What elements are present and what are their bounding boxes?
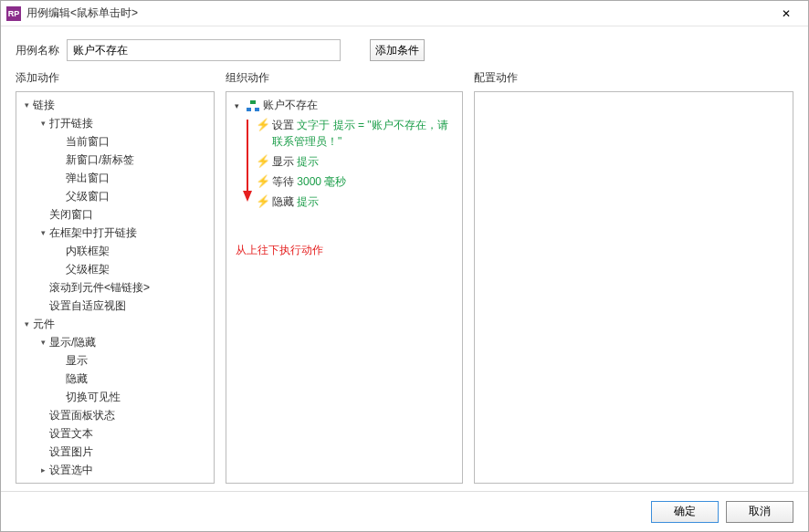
tree-item-label: 弹出窗口 <box>66 171 110 186</box>
tree-item[interactable]: ▸父级窗口 <box>16 187 214 205</box>
bolt-icon: ⚡ <box>256 193 267 210</box>
action-row-show[interactable]: ⚡ 显示 提示 <box>232 151 457 172</box>
tree-item-label: 切换可见性 <box>66 390 121 405</box>
tree-item-label: 当前窗口 <box>66 134 110 150</box>
tree-item-label: 设置自适应视图 <box>49 298 126 314</box>
cancel-button[interactable]: 取消 <box>726 501 793 523</box>
tree-item[interactable]: ▾在框架中打开链接 <box>16 224 214 242</box>
case-name-label: 用例名称 <box>16 43 59 58</box>
action-row-wait[interactable]: ⚡ 等待 3000 毫秒 <box>232 172 457 192</box>
organize-action-panel[interactable]: ▾ 账户不存在 ⚡ 设置 文字于 提示 = "账户不存在，请联系管理员！" <box>226 91 463 484</box>
tree-item-label: 内联框架 <box>66 244 110 259</box>
tree-item[interactable]: ▾打开链接 <box>16 114 214 132</box>
action-tree: ▾链接▾打开链接▸当前窗口▸新窗口/新标签▸弹出窗口▸父级窗口▸关闭窗口▾在框架… <box>16 92 214 483</box>
expand-icon: ▾ <box>232 101 241 110</box>
organize-action-header: 组织动作 <box>226 68 463 91</box>
case-row[interactable]: ▾ 账户不存在 <box>232 96 457 115</box>
close-icon: ✕ <box>782 7 791 20</box>
dialog-window: RP 用例编辑<鼠标单击时> ✕ 用例名称 添加条件 添加动作 ▾链接▾打开链接… <box>0 0 809 532</box>
tree-item[interactable]: ▸新窗口/新标签 <box>16 151 214 169</box>
action-row-set-text[interactable]: ⚡ 设置 文字于 提示 = "账户不存在，请联系管理员！" <box>232 115 457 151</box>
case-name-row: 用例名称 添加条件 <box>1 26 808 68</box>
add-action-header: 添加动作 <box>16 68 215 91</box>
window-title: 用例编辑<鼠标单击时> <box>26 5 768 21</box>
tree-item[interactable]: ▸设置面板状态 <box>16 406 214 424</box>
ok-button[interactable]: 确定 <box>651 501 719 523</box>
tree-item-label: 隐藏 <box>66 371 88 387</box>
tree-item[interactable]: ▸设置选中 <box>16 461 214 479</box>
tree-arrow-icon: ▾ <box>38 119 47 128</box>
case-name-input[interactable] <box>67 39 341 61</box>
tree-item-label: 新窗口/新标签 <box>66 152 134 168</box>
app-icon: RP <box>6 6 21 21</box>
add-action-panel[interactable]: ▾链接▾打开链接▸当前窗口▸新窗口/新标签▸弹出窗口▸父级窗口▸关闭窗口▾在框架… <box>16 91 215 484</box>
organize-tree: ▾ 账户不存在 ⚡ 设置 文字于 提示 = "账户不存在，请联系管理员！" <box>226 92 462 262</box>
tree-item[interactable]: ▸隐藏 <box>16 370 214 388</box>
configure-action-panel[interactable] <box>474 91 793 484</box>
tree-item[interactable]: ▸设置自适应视图 <box>16 297 214 315</box>
tree-item[interactable]: ▸设置文本 <box>16 424 214 443</box>
tree-item[interactable]: ▸切换可见性 <box>16 388 214 406</box>
dialog-footer: 确定 取消 <box>1 491 808 531</box>
tree-arrow-icon: ▾ <box>38 338 47 347</box>
tree-item-label: 父级框架 <box>66 262 110 277</box>
tree-item-label: 在框架中打开链接 <box>49 225 137 241</box>
tree-item-label: 父级窗口 <box>66 189 110 204</box>
tree-arrow-icon: ▸ <box>38 465 47 475</box>
tree-item-label: 显示 <box>66 353 88 369</box>
tree-item-label: 链接 <box>33 98 55 113</box>
tree-item-label: 显示/隐藏 <box>49 335 96 350</box>
configure-action-header: 配置动作 <box>474 68 793 91</box>
tree-item-label: 设置选中 <box>49 463 93 478</box>
tree-item[interactable]: ▾元件 <box>16 315 214 333</box>
case-name-text: 账户不存在 <box>263 98 318 113</box>
annotation-text: 从上往下执行动作 <box>236 243 457 258</box>
bolt-icon: ⚡ <box>256 117 267 133</box>
tree-item-label: 设置面板状态 <box>49 408 115 423</box>
action-text: 隐藏 提示 <box>272 193 457 210</box>
tree-item[interactable]: ▸父级框架 <box>16 260 214 278</box>
action-text: 设置 文字于 提示 = "账户不存在，请联系管理员！" <box>272 117 457 150</box>
organize-action-column: 组织动作 ▾ 账户不存在 ⚡ 设置 文字于 提示 <box>226 68 463 484</box>
tree-item-label: 关闭窗口 <box>49 207 93 223</box>
tree-arrow-icon: ▾ <box>22 319 31 329</box>
tree-item[interactable]: ▸当前窗口 <box>16 132 214 151</box>
tree-arrow-icon: ▾ <box>22 100 31 110</box>
tree-item[interactable]: ▸设置图片 <box>16 443 214 461</box>
tree-item-label: 打开链接 <box>49 116 93 131</box>
tree-item[interactable]: ▸关闭窗口 <box>16 205 214 224</box>
tree-item[interactable]: ▸显示 <box>16 351 214 370</box>
tree-arrow-icon: ▾ <box>38 228 47 237</box>
tree-item[interactable]: ▾链接 <box>16 96 214 114</box>
case-icon <box>247 100 259 111</box>
tree-item-label: 设置图片 <box>49 444 93 460</box>
tree-item-label: 元件 <box>33 317 55 332</box>
tree-item[interactable]: ▸滚动到元件<锚链接> <box>16 278 214 297</box>
tree-item[interactable]: ▸弹出窗口 <box>16 169 214 187</box>
action-text: 显示 提示 <box>272 153 457 170</box>
titlebar: RP 用例编辑<鼠标单击时> ✕ <box>1 1 808 26</box>
bolt-icon: ⚡ <box>256 173 267 190</box>
columns: 添加动作 ▾链接▾打开链接▸当前窗口▸新窗口/新标签▸弹出窗口▸父级窗口▸关闭窗… <box>1 68 808 491</box>
tree-item[interactable]: ▾显示/隐藏 <box>16 333 214 351</box>
close-button[interactable]: ✕ <box>768 1 804 26</box>
tree-item-label: 设置文本 <box>49 426 93 442</box>
bolt-icon: ⚡ <box>256 153 267 170</box>
action-text: 等待 3000 毫秒 <box>272 173 457 190</box>
tree-item[interactable]: ▸内联框架 <box>16 242 214 260</box>
configure-action-column: 配置动作 <box>474 68 793 484</box>
tree-item-label: 滚动到元件<锚链接> <box>49 280 150 296</box>
add-action-column: 添加动作 ▾链接▾打开链接▸当前窗口▸新窗口/新标签▸弹出窗口▸父级窗口▸关闭窗… <box>16 68 215 484</box>
add-condition-button[interactable]: 添加条件 <box>370 39 425 61</box>
action-row-hide[interactable]: ⚡ 隐藏 提示 <box>232 192 457 212</box>
